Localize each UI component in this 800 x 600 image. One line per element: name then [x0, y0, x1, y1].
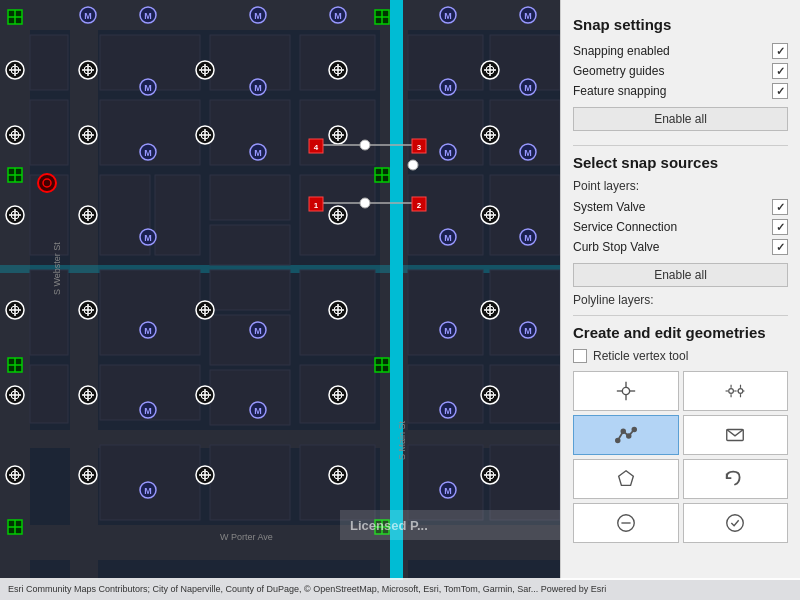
snap-row-service-connection: Service Connection [573, 217, 788, 237]
svg-text:M: M [254, 406, 262, 416]
curb-stop-valve-checkbox[interactable] [772, 239, 788, 255]
divider-2 [573, 315, 788, 316]
svg-point-270 [738, 389, 743, 394]
svg-rect-4 [0, 0, 30, 580]
svg-rect-12 [30, 270, 68, 355]
svg-text:M: M [144, 148, 152, 158]
map-svg: M M M M M M [0, 0, 560, 580]
svg-rect-47 [390, 0, 402, 580]
system-valve-checkbox[interactable] [772, 199, 788, 215]
svg-text:M: M [144, 486, 152, 496]
svg-text:M: M [524, 83, 532, 93]
snapping-enabled-label: Snapping enabled [573, 44, 772, 58]
svg-rect-28 [210, 445, 290, 520]
svg-text:M: M [334, 11, 342, 21]
service-connection-label: Service Connection [573, 220, 772, 234]
svg-text:M: M [144, 233, 152, 243]
geometry-guides-checkbox[interactable] [772, 63, 788, 79]
svg-point-251 [360, 198, 370, 208]
svg-rect-17 [155, 175, 200, 255]
tool-grid [573, 371, 788, 543]
attribution-bar: Esri Community Maps Contributors; City o… [0, 578, 800, 600]
multi-crosshair-tool-button[interactable] [683, 371, 789, 411]
enable-all-snap-button[interactable]: Enable all [573, 107, 788, 131]
svg-point-278 [632, 428, 636, 432]
geometry-guides-label: Geometry guides [573, 64, 772, 78]
svg-text:3: 3 [417, 143, 422, 152]
svg-rect-13 [30, 365, 68, 423]
svg-text:M: M [524, 326, 532, 336]
attribution-text: Esri Community Maps Contributors; City o… [8, 584, 606, 594]
svg-point-277 [627, 434, 631, 438]
panel: Snap settings Snapping enabled Geometry … [560, 0, 800, 580]
envelope-tool-button[interactable] [683, 415, 789, 455]
svg-text:M: M [444, 406, 452, 416]
system-valve-label: System Valve [573, 200, 772, 214]
curb-stop-valve-label: Curb Stop Valve [573, 240, 772, 254]
snap-settings-title: Snap settings [573, 16, 788, 33]
polyline-layers-label: Polyline layers: [573, 293, 788, 307]
svg-point-265 [729, 389, 734, 394]
svg-marker-280 [618, 471, 633, 486]
snap-row-snapping-enabled: Snapping enabled [573, 41, 788, 61]
svg-text:M: M [444, 233, 452, 243]
svg-point-275 [616, 439, 620, 443]
svg-rect-21 [210, 35, 290, 90]
check-circle-tool-button[interactable] [683, 503, 789, 543]
svg-text:M: M [144, 83, 152, 93]
svg-rect-23 [210, 175, 290, 220]
svg-text:M: M [144, 11, 152, 21]
svg-text:M: M [254, 148, 262, 158]
svg-point-276 [621, 430, 625, 434]
service-connection-checkbox[interactable] [772, 219, 788, 235]
svg-point-245 [360, 140, 370, 150]
svg-rect-25 [210, 270, 290, 310]
select-snap-sources-title: Select snap sources [573, 154, 788, 171]
svg-rect-24 [210, 225, 290, 265]
svg-text:M: M [444, 11, 452, 21]
svg-text:M: M [254, 11, 262, 21]
polygon-tool-button[interactable] [573, 459, 679, 499]
svg-text:S Main St: S Main St [397, 420, 407, 460]
svg-rect-9 [30, 35, 68, 90]
svg-text:M: M [444, 148, 452, 158]
feature-snapping-checkbox[interactable] [772, 83, 788, 99]
snap-row-feature-snapping: Feature snapping [573, 81, 788, 101]
snapping-enabled-checkbox[interactable] [772, 43, 788, 59]
no-entry-tool-button[interactable] [573, 503, 679, 543]
svg-text:S Webster St: S Webster St [52, 242, 62, 295]
svg-text:M: M [254, 326, 262, 336]
svg-rect-45 [490, 365, 560, 423]
svg-text:M: M [84, 11, 92, 21]
svg-text:W Porter Ave: W Porter Ave [220, 532, 273, 542]
svg-point-252 [408, 160, 418, 170]
crosshair-tool-button[interactable] [573, 371, 679, 411]
svg-rect-46 [490, 445, 560, 520]
svg-rect-18 [100, 270, 200, 355]
svg-rect-10 [30, 100, 68, 165]
svg-point-260 [622, 387, 629, 394]
svg-rect-38 [408, 270, 483, 355]
svg-text:M: M [524, 233, 532, 243]
reticle-label: Reticle vertex tool [593, 349, 688, 363]
svg-text:4: 4 [314, 143, 319, 152]
svg-rect-44 [490, 270, 560, 355]
svg-point-96 [38, 174, 56, 192]
snap-row-system-valve: System Valve [573, 197, 788, 217]
svg-text:M: M [524, 11, 532, 21]
enable-all-sources-button[interactable]: Enable all [573, 263, 788, 287]
undo-tool-button[interactable] [683, 459, 789, 499]
svg-text:M: M [524, 148, 532, 158]
polyline-tool-button[interactable] [573, 415, 679, 455]
svg-text:M: M [254, 83, 262, 93]
svg-text:1: 1 [314, 201, 319, 210]
point-layers-label: Point layers: [573, 179, 788, 193]
reticle-checkbox[interactable] [573, 349, 587, 363]
svg-rect-27 [210, 370, 290, 425]
svg-rect-5 [70, 0, 98, 580]
svg-text:M: M [144, 406, 152, 416]
svg-text:2: 2 [417, 201, 422, 210]
svg-rect-26 [210, 315, 290, 365]
snap-row-geometry-guides: Geometry guides [573, 61, 788, 81]
svg-text:M: M [444, 83, 452, 93]
